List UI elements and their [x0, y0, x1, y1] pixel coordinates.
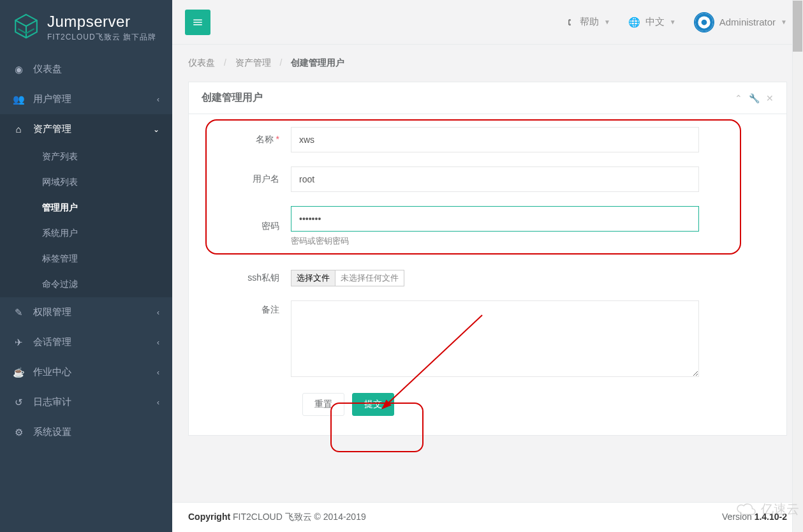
footer: Copyright FIT2CLOUD 飞致云 © 2014-2019 Vers… [172, 502, 803, 532]
chevron-left-icon: ‹ [157, 338, 159, 347]
sidebar-item-label: 会话管理 [33, 336, 71, 348]
sidebar-sub-domain-list[interactable]: 网域列表 [0, 170, 172, 195]
user-label: Administrator [719, 17, 776, 27]
breadcrumb-root[interactable]: 仪表盘 [188, 57, 215, 68]
chevron-left-icon: ‹ [157, 398, 159, 407]
sidebar-item-assets[interactable]: ⌂资产管理⌄ [0, 114, 172, 144]
caret-down-icon: ▼ [670, 18, 676, 26]
ssh-key-label: ssh私钥 [214, 272, 291, 284]
username-label: 用户名 [214, 174, 291, 185]
sidebar-item-users[interactable]: 👥用户管理‹ [0, 84, 172, 114]
panel-header: 创建管理用户 ⌃ 🔧 ✕ [189, 82, 786, 114]
sidebar-item-label: 日志审计 [33, 396, 71, 408]
sidebar-item-perms[interactable]: ✎权限管理‹ [0, 297, 172, 327]
main-menu: ◉仪表盘 👥用户管理‹ ⌂资产管理⌄ 资产列表 网域列表 管理用户 系统用户 标… [0, 54, 172, 447]
chevron-left-icon: ‹ [157, 95, 159, 104]
wrench-icon[interactable]: 🔧 [749, 93, 760, 103]
sidebar-sub-cmd-filter[interactable]: 命令过滤 [0, 272, 172, 297]
note-label: 备注 [214, 300, 291, 316]
caret-down-icon: ▼ [604, 18, 610, 26]
sidebar-item-settings[interactable]: ⚙系统设置 [0, 417, 172, 447]
close-icon[interactable]: ✕ [766, 93, 774, 103]
collapse-icon[interactable]: ⌃ [735, 93, 742, 103]
panel-tools: ⌃ 🔧 ✕ [735, 93, 774, 103]
sidebar-item-jobs[interactable]: ☕作业中心‹ [0, 357, 172, 387]
sidebar-sub-asset-list[interactable]: 资产列表 [0, 144, 172, 170]
sidebar-item-audit[interactable]: ↺日志审计‹ [0, 387, 172, 417]
footer-copyright-label: Copyright [188, 512, 230, 522]
panel-body: 名称* 用户名 密码 密码或密钥密码 [189, 114, 786, 435]
sidebar-item-sessions[interactable]: ✈会话管理‹ [0, 327, 172, 357]
sidebar: Jumpserver FIT2CLOUD飞致云 旗下品牌 ◉仪表盘 👥用户管理‹… [0, 0, 172, 532]
rocket-icon: ✈ [13, 337, 24, 348]
lang-label: 中文 [645, 16, 665, 28]
breadcrumb-mid[interactable]: 资产管理 [235, 57, 271, 68]
edit-icon: ✎ [13, 307, 24, 318]
language-link[interactable]: 🌐 中文 ▼ [628, 16, 676, 28]
bars-icon [192, 17, 203, 28]
panel: 创建管理用户 ⌃ 🔧 ✕ 名称* 用户名 [188, 82, 787, 436]
sidebar-item-label: 仪表盘 [33, 63, 62, 75]
help-label: 帮助 [580, 16, 599, 28]
sidebar-item-label: 系统设置 [33, 426, 71, 438]
globe-icon: 🌐 [628, 17, 640, 28]
sidebar-item-label: 作业中心 [33, 366, 71, 378]
sidebar-sub-labels[interactable]: 标签管理 [0, 246, 172, 272]
breadcrumb-current: 创建管理用户 [291, 57, 344, 68]
submenu-assets: 资产列表 网域列表 管理用户 系统用户 标签管理 命令过滤 [0, 144, 172, 297]
breadcrumb: 仪表盘 / 资产管理 / 创建管理用户 [172, 45, 803, 82]
toggle-sidebar-button[interactable] [185, 10, 210, 35]
sidebar-item-dashboard[interactable]: ◉仪表盘 [0, 54, 172, 84]
coffee-icon: ☕ [13, 367, 24, 378]
support-icon: 🕻 [565, 17, 575, 27]
sidebar-item-label: 用户管理 [33, 93, 71, 105]
panel-title: 创建管理用户 [202, 91, 263, 105]
footer-version-label: Version [722, 512, 752, 522]
users-icon: 👥 [13, 94, 24, 105]
help-link[interactable]: 🕻 帮助 ▼ [565, 16, 610, 28]
sidebar-item-label: 权限管理 [33, 306, 71, 318]
name-label: 名称* [214, 134, 291, 145]
product-sub: FIT2CLOUD飞致云 旗下品牌 [47, 32, 156, 43]
password-input[interactable] [291, 206, 699, 232]
svg-point-3 [701, 19, 707, 25]
main: 🕻 帮助 ▼ 🌐 中文 ▼ Administrator ▼ [172, 0, 803, 532]
chevron-left-icon: ‹ [157, 368, 159, 377]
sidebar-sub-admin-user[interactable]: 管理用户 [0, 195, 172, 221]
topbar: 🕻 帮助 ▼ 🌐 中文 ▼ Administrator ▼ [172, 0, 803, 45]
name-input[interactable] [291, 127, 699, 152]
footer-version-value: 1.4.10-2 [755, 512, 787, 522]
scrollbar-track[interactable] [792, 0, 803, 532]
avatar [694, 12, 714, 33]
chevron-left-icon: ‹ [157, 308, 159, 317]
logo-area: Jumpserver FIT2CLOUD飞致云 旗下品牌 [0, 0, 172, 54]
breadcrumb-sep: / [280, 57, 283, 68]
choose-file-button[interactable]: 选择文件 [291, 270, 335, 286]
user-menu[interactable]: Administrator ▼ [694, 12, 787, 33]
logo-icon [13, 13, 40, 40]
breadcrumb-sep: / [224, 57, 226, 68]
password-help: 密码或密钥密码 [291, 235, 761, 247]
sidebar-sub-system-user[interactable]: 系统用户 [0, 221, 172, 246]
footer-copyright-text: FIT2CLOUD 飞致云 © 2014-2019 [233, 512, 366, 522]
password-label: 密码 [214, 221, 291, 232]
scrollbar-thumb[interactable] [793, 1, 802, 52]
submit-button[interactable]: 提交 [352, 393, 394, 416]
gear-icon: ⚙ [13, 427, 24, 438]
username-input[interactable] [291, 166, 699, 192]
chevron-down-icon: ⌄ [153, 125, 159, 134]
reset-button[interactable]: 重置 [302, 393, 344, 416]
history-icon: ↺ [13, 397, 24, 408]
note-textarea[interactable] [291, 300, 699, 377]
caret-down-icon: ▼ [781, 18, 787, 26]
file-status: 未选择任何文件 [335, 270, 404, 286]
inbox-icon: ⌂ [13, 124, 24, 135]
sidebar-item-label: 资产管理 [33, 123, 71, 135]
dashboard-icon: ◉ [13, 64, 24, 75]
product-name: Jumpserver [47, 13, 156, 31]
